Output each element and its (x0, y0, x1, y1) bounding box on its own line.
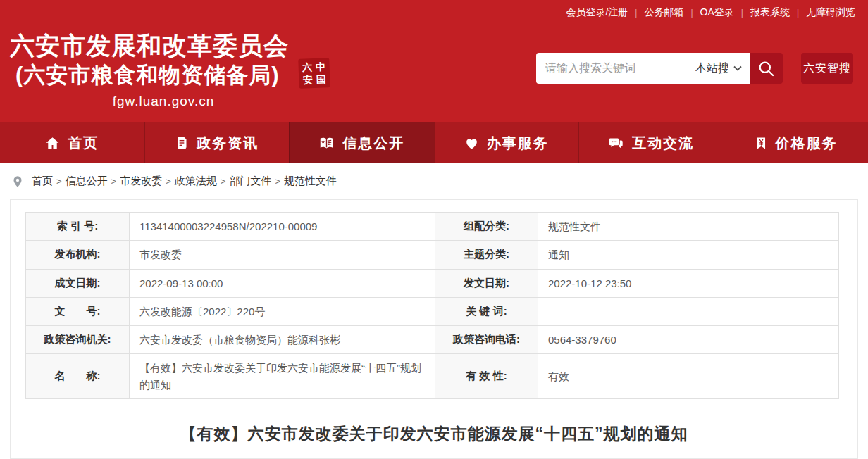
site-title-line2: (六安市粮食和物资储备局) (10, 61, 317, 89)
meta-label-validity: 有 效 性: (435, 354, 538, 399)
meta-label-group-category: 组配分类: (435, 213, 538, 241)
nav-item-gov-news[interactable]: 政务资讯 (144, 122, 290, 163)
meta-label-issuing-agency: 发布机构: (26, 241, 130, 269)
search-scope-select[interactable]: 本站搜 (691, 61, 750, 76)
breadcrumb: 首页 > 信息公开 > 市发改委 > 政策法规 > 部门文件 > 规范性文件 (0, 163, 868, 199)
meta-value-consult-agency: 六安市发改委（市粮食物资局）能源科张彬 (130, 326, 435, 354)
meta-value-doc-number: 六发改能源〔2022〕220号 (130, 297, 435, 325)
main-nav: 首页 政务资讯 信息公开 办事服务 (0, 122, 868, 163)
search-scope-label: 本站搜 (695, 61, 729, 76)
table-row: 文 号: 六发改能源〔2022〕220号 关 键 词: (26, 297, 839, 325)
luan-china-seal-logo: 六 中 安 国 (298, 58, 330, 89)
topbar-separator: | (635, 8, 637, 18)
site-brand[interactable]: 六安市发展和改革委员会 (六安市粮食和物资储备局) fgw.luan.gov.c… (10, 30, 317, 109)
topbar-separator: | (741, 8, 743, 18)
meta-label-doc-number: 文 号: (26, 297, 130, 325)
meta-label-consult-phone: 政策咨询电话: (435, 326, 538, 354)
table-row: 名 称: 【有效】六安市发改委关于印发六安市能源发展“十四五”规划的通知 有 效… (26, 354, 839, 399)
seal-char: 中 (316, 61, 326, 73)
link-gov-mail[interactable]: 公务邮箱 (644, 6, 683, 19)
table-row: 索 引 号: 11341400003224958N/202210-00009 组… (26, 213, 839, 241)
content-panel: 索 引 号: 11341400003224958N/202210-00009 组… (10, 199, 858, 459)
meta-value-topic-category: 通知 (538, 241, 839, 269)
seal-char: 安 (303, 74, 314, 86)
nav-item-interaction[interactable]: 互动交流 (578, 122, 724, 163)
meta-label-index-no: 索 引 号: (26, 213, 130, 241)
search-icon (757, 59, 776, 78)
meta-value-index-no: 11341400003224958N/202210-00009 (130, 213, 435, 241)
topbar-separator: | (797, 8, 799, 18)
document-icon (175, 136, 189, 150)
nav-item-info-disclosure[interactable]: 信息公开 (289, 122, 434, 163)
nav-label: 政务资讯 (197, 134, 259, 153)
crumb-separator: > (275, 176, 280, 187)
nav-item-services[interactable]: 办事服务 (434, 122, 579, 163)
page-title: 【有效】六安市发改委关于印发六安市能源发展“十四五”规划的通知 (11, 423, 857, 445)
crumb-separator: > (221, 176, 226, 187)
crumb-policies[interactable]: 政策法规 (175, 175, 217, 188)
crumb-home[interactable]: 首页 (32, 175, 53, 188)
search-button[interactable] (750, 53, 783, 84)
meta-label-written-date: 成文日期: (26, 269, 130, 297)
nav-label: 价格服务 (776, 134, 838, 153)
table-row: 成文日期: 2022-09-13 00:00 发文日期: 2022-10-12 … (26, 269, 839, 297)
search-input[interactable] (536, 54, 691, 82)
meta-value-issuing-agency: 市发改委 (130, 241, 435, 269)
table-row: 政策咨询机关: 六安市发改委（市粮食物资局）能源科张彬 政策咨询电话: 0564… (26, 326, 839, 354)
link-accessibility[interactable]: 无障碍浏览 (806, 6, 855, 19)
meta-label-consult-agency: 政策咨询机关: (26, 326, 130, 354)
meta-label-publish-date: 发文日期: (435, 269, 538, 297)
topbar-separator: | (690, 8, 693, 18)
nav-label: 信息公开 (342, 134, 404, 153)
link-member-login[interactable]: 会员登录/注册 (566, 6, 628, 19)
table-row: 发布机构: 市发改委 主题分类: 通知 (26, 241, 839, 269)
site-domain: fgw.luan.gov.cn (10, 94, 317, 109)
document-meta-table: 索 引 号: 11341400003224958N/202210-00009 组… (25, 212, 839, 399)
meta-value-group-category: 规范性文件 (538, 213, 839, 241)
chat-bubbles-icon (608, 136, 624, 151)
crumb-separator: > (166, 176, 171, 187)
seal-char: 国 (316, 73, 327, 85)
meta-value-title: 【有效】六安市发改委关于印发六安市能源发展“十四五”规划的通知 (130, 354, 435, 399)
meta-label-title: 名 称: (26, 354, 130, 399)
top-utility-bar: 会员登录/注册 | 公务邮箱 | OA登录 | 报表系统 | 无障碍浏览 (0, 0, 868, 25)
nav-item-price-services[interactable]: 价格服务 (724, 122, 868, 163)
location-pin-icon (11, 175, 24, 188)
smart-search-button[interactable]: 六安智搜 (801, 53, 853, 84)
seal-char: 六 (302, 61, 313, 73)
nav-item-home[interactable]: 首页 (0, 122, 144, 163)
nav-label: 办事服务 (487, 134, 549, 153)
nav-label: 互动交流 (632, 134, 694, 153)
crumb-normative-files[interactable]: 规范性文件 (284, 175, 337, 188)
home-icon (45, 136, 60, 151)
meta-value-keywords (538, 297, 839, 325)
open-book-icon (318, 136, 335, 151)
crumb-separator: > (56, 176, 62, 187)
chevron-down-icon (733, 65, 742, 71)
link-report-system[interactable]: 报表系统 (750, 6, 790, 19)
meta-value-written-date: 2022-09-13 00:00 (130, 269, 435, 297)
meta-value-validity: 有效 (538, 354, 839, 399)
search-box: 本站搜 (536, 53, 750, 84)
crumb-info-disclosure[interactable]: 信息公开 (66, 175, 108, 188)
search-area: 本站搜 六安智搜 (536, 53, 853, 84)
link-oa-login[interactable]: OA登录 (700, 6, 734, 19)
meta-value-consult-phone: 0564-3379760 (538, 326, 839, 354)
crumb-separator: > (111, 176, 117, 187)
heart-icon (464, 136, 479, 151)
crumb-ndrc[interactable]: 市发改委 (120, 175, 162, 188)
site-header: 六安市发展和改革委员会 (六安市粮食和物资储备局) fgw.luan.gov.c… (0, 25, 868, 122)
crumb-dept-files[interactable]: 部门文件 (229, 175, 271, 188)
site-title-line1: 六安市发展和改革委员会 (10, 30, 317, 61)
meta-label-topic-category: 主题分类: (435, 241, 538, 269)
price-bookmark-icon (755, 136, 768, 151)
meta-value-publish-date: 2022-10-12 23:50 (538, 269, 839, 297)
nav-label: 首页 (68, 134, 99, 153)
meta-label-keywords: 关 键 词: (435, 297, 538, 325)
